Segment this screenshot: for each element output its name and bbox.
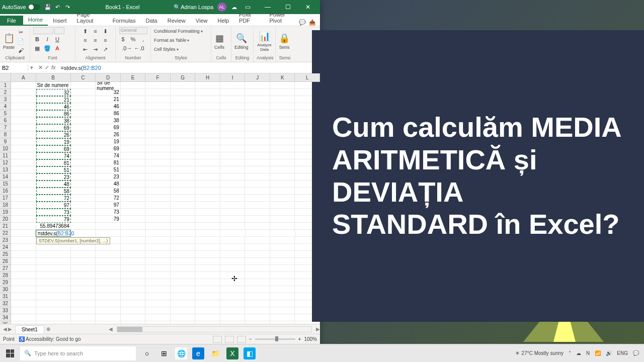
cell[interactable] [145, 131, 171, 138]
cell[interactable]: 69 [96, 145, 121, 152]
cell[interactable] [121, 110, 146, 117]
cell[interactable] [195, 300, 220, 307]
col-header-H[interactable]: H [195, 73, 220, 82]
cell[interactable] [11, 216, 36, 223]
tab-review[interactable]: Review [163, 16, 191, 26]
cell[interactable] [270, 180, 295, 188]
cell[interactable] [270, 258, 295, 265]
cell[interactable] [121, 145, 146, 152]
cell[interactable] [220, 117, 246, 124]
cell[interactable] [270, 145, 295, 152]
cell[interactable] [71, 96, 96, 103]
cell[interactable] [220, 251, 246, 258]
search-icon[interactable]: 🔍 [174, 4, 181, 11]
cell[interactable] [195, 110, 220, 117]
cell[interactable] [145, 286, 171, 293]
onedrive-icon[interactable]: ☁ [576, 350, 581, 356]
cell[interactable] [245, 173, 270, 180]
cell[interactable] [195, 159, 220, 166]
cell[interactable] [11, 138, 36, 145]
cell[interactable] [220, 216, 246, 223]
cell[interactable] [220, 307, 246, 314]
cell[interactable] [270, 300, 295, 307]
cell[interactable] [11, 209, 36, 216]
cell[interactable]: Sir de numere [96, 82, 121, 89]
cell[interactable]: 46 [96, 103, 121, 110]
horizontal-scrollbar[interactable] [117, 326, 312, 332]
cell[interactable] [121, 286, 146, 293]
cell[interactable] [220, 103, 246, 110]
normal-view-button[interactable] [213, 336, 222, 343]
cell[interactable]: 32 [36, 89, 71, 96]
cell[interactable] [195, 265, 220, 272]
cell[interactable] [171, 258, 196, 265]
cell[interactable] [245, 258, 270, 265]
cell[interactable] [270, 152, 295, 159]
cell[interactable] [195, 188, 220, 195]
cell[interactable] [121, 103, 146, 110]
row-header[interactable]: 15 [0, 180, 11, 188]
cell[interactable] [245, 96, 270, 103]
cell[interactable] [195, 307, 220, 314]
cell[interactable] [270, 202, 295, 209]
cell[interactable] [270, 110, 295, 117]
col-header-J[interactable]: J [245, 73, 270, 82]
cell[interactable] [71, 188, 96, 195]
borders-icon[interactable]: ▦ [33, 44, 41, 52]
cell[interactable] [121, 117, 146, 124]
cell[interactable] [195, 138, 220, 145]
tab-formulas[interactable]: Formulas [108, 16, 141, 26]
cell[interactable] [71, 173, 96, 180]
onenote-tray-icon[interactable]: N [586, 350, 590, 356]
cell[interactable] [171, 145, 196, 152]
cell[interactable] [96, 293, 121, 300]
row-header[interactable]: 9 [0, 138, 11, 145]
underline-button[interactable]: U [53, 35, 61, 43]
cell[interactable] [11, 124, 36, 131]
cell[interactable] [11, 188, 36, 195]
cell[interactable] [245, 138, 270, 145]
cell[interactable] [220, 237, 246, 244]
undo-icon[interactable]: ↶ [54, 4, 61, 11]
cell[interactable] [245, 195, 270, 202]
cell[interactable] [121, 89, 146, 96]
cell[interactable]: 21 [96, 96, 121, 103]
col-header-D[interactable]: D [96, 73, 121, 82]
cell[interactable] [220, 131, 246, 138]
edge-icon[interactable]: e [192, 347, 204, 359]
cell[interactable] [71, 124, 96, 131]
tab-data[interactable]: Data [140, 16, 162, 26]
conditional-formatting-button[interactable]: Conditional Formatting [154, 27, 203, 35]
cell[interactable] [171, 293, 196, 300]
cell[interactable] [220, 195, 246, 202]
cell[interactable] [145, 180, 171, 188]
cell[interactable] [270, 188, 295, 195]
cell[interactable] [71, 314, 96, 321]
taskbar-search[interactable]: 🔍 Type here to search [20, 346, 136, 360]
language-indicator[interactable]: ENG [617, 350, 628, 356]
fill-color-icon[interactable]: 🪣 [43, 44, 51, 52]
cell[interactable] [146, 230, 171, 237]
cell[interactable] [96, 314, 121, 321]
cell[interactable] [71, 166, 96, 173]
cell[interactable] [121, 173, 146, 180]
row-header[interactable]: 19 [0, 209, 11, 216]
orientation-icon[interactable]: ↗ [102, 45, 110, 53]
cell[interactable] [11, 166, 36, 173]
cell[interactable] [245, 188, 270, 195]
cell[interactable] [11, 307, 36, 314]
cell[interactable] [171, 216, 196, 223]
cell[interactable] [220, 124, 246, 131]
cell[interactable] [11, 293, 36, 300]
cell[interactable] [171, 173, 196, 180]
cell[interactable] [171, 96, 196, 103]
column-headers[interactable]: ABCDEFGHIJKL [11, 73, 320, 82]
row-header[interactable]: 5 [0, 110, 11, 117]
cell[interactable] [270, 82, 295, 89]
cell[interactable] [11, 89, 36, 96]
font-size-selector[interactable] [54, 27, 64, 34]
cell[interactable] [71, 286, 96, 293]
tab-view[interactable]: View [191, 16, 213, 26]
cell[interactable] [11, 279, 36, 286]
cell[interactable] [121, 166, 146, 173]
